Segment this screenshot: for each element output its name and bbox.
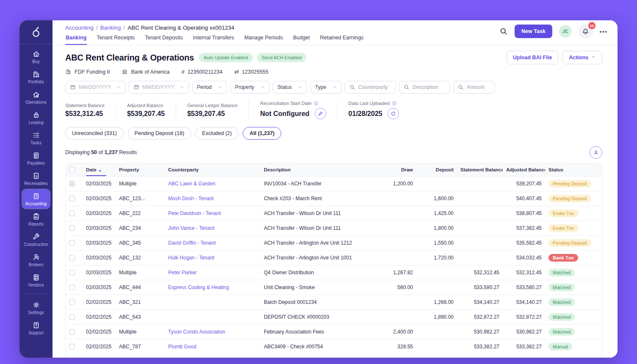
counterparty-cell: Mosh Dosh - Tenant	[165, 191, 260, 206]
row-checkbox[interactable]	[69, 270, 75, 276]
status-badge: Matched	[548, 298, 575, 306]
sidebar-item-receivables[interactable]: $Receivables	[22, 169, 50, 188]
sidebar-item-accounting[interactable]: Accounting	[22, 189, 50, 209]
status-cell: Matched	[545, 280, 595, 295]
sidebar-item-brokers[interactable]: $Brokers	[22, 250, 50, 270]
filter-status[interactable]: Status	[273, 81, 307, 94]
row-checkbox[interactable]	[69, 196, 75, 201]
search-icon[interactable]	[499, 27, 508, 36]
notifications-button[interactable]: 10	[579, 24, 593, 39]
sidebar-item-tasks[interactable]: Tasks	[22, 128, 50, 148]
tab-retained-earnings[interactable]: Retained Earnings	[320, 34, 364, 45]
row-checkbox[interactable]	[69, 314, 75, 320]
pill-excluded[interactable]: Excluded (2)	[195, 127, 238, 140]
row-checkbox[interactable]	[69, 210, 75, 216]
more-menu-button[interactable]: •••	[600, 28, 607, 35]
draw-cell	[374, 191, 416, 206]
row-checkbox[interactable]	[69, 255, 75, 261]
pill-all[interactable]: All (1,237)	[243, 127, 281, 140]
row-checkbox[interactable]	[69, 329, 75, 335]
column-header-statement-balance[interactable]: Statement Balance	[457, 163, 503, 176]
statement-balance-cell	[457, 221, 503, 236]
avatar[interactable]: JC	[559, 25, 572, 38]
filter-property[interactable]: Property	[230, 81, 269, 94]
column-header-property[interactable]: Property	[116, 163, 165, 176]
payables-icon	[32, 152, 40, 160]
table-row: 02/02/2025ABC_233Mike Tyson - TenantACH …	[66, 354, 602, 358]
svg-text:$: $	[35, 53, 37, 57]
filter-period[interactable]: Period	[192, 81, 227, 94]
row-actions-cell	[595, 354, 602, 358]
counterparty-link[interactable]: Plumb Good	[168, 344, 197, 350]
filter-description[interactable]: Description	[399, 81, 450, 94]
column-header-status[interactable]: Status	[545, 163, 595, 176]
tab-tenant-deposits[interactable]: Tenant Deposits	[144, 34, 183, 45]
column-header-deposit[interactable]: Deposit	[416, 163, 457, 176]
sidebar-item-leasing[interactable]: Leasing	[22, 108, 50, 127]
counterparty-link[interactable]: Pete Davidson - Tenant	[168, 210, 221, 216]
column-header-draw[interactable]: Draw	[374, 163, 416, 176]
counterparty-cell: Peter Parker	[165, 265, 260, 280]
row-checkbox[interactable]	[69, 225, 75, 231]
sidebar-item-portfolio[interactable]: Portfolio	[22, 67, 50, 87]
counterparty-link[interactable]: Express Cooling & Heating	[168, 284, 229, 290]
sidebar-item-reports[interactable]: Reports	[22, 210, 50, 229]
column-header-adjusted-balance[interactable]: Adjusted Balance	[503, 163, 545, 176]
filter-type[interactable]: Type	[310, 81, 341, 94]
adjusted-balance-cell: 532,312.45	[503, 265, 545, 280]
row-checkbox[interactable]	[69, 344, 75, 350]
row-checkbox[interactable]	[69, 284, 75, 290]
new-task-button[interactable]: New Task	[515, 25, 552, 38]
counterparty-link[interactable]: John Vance - Tenant	[168, 225, 214, 231]
filter-end-date[interactable]: MM/DD/YYYY	[129, 81, 189, 94]
counterparty-cell: Hulk Hogan - Tenant	[165, 251, 260, 265]
entity-item: ⇄123025555	[234, 69, 268, 75]
buy-icon: $	[32, 50, 40, 58]
date-cell: 02/03/2025	[83, 191, 116, 206]
sidebar-item-payables[interactable]: Payables	[22, 149, 50, 168]
counterparty-link[interactable]: Mosh Dosh - Tenant	[168, 196, 213, 201]
edit-button[interactable]	[315, 108, 326, 119]
sidebar-item-operations[interactable]: Operations	[22, 88, 50, 107]
search-icon	[349, 84, 355, 90]
sidebar-item-settings[interactable]: Settings	[22, 298, 50, 317]
column-header-description[interactable]: Description	[260, 163, 374, 176]
breadcrumb-item[interactable]: Accounting	[65, 25, 94, 31]
pill-unreconciled[interactable]: Unreconciled (331)	[65, 127, 124, 140]
filter-amount[interactable]: Amount	[453, 81, 495, 94]
tab-banking[interactable]: Banking	[65, 34, 87, 45]
counterparty-link[interactable]: Peter Parker	[168, 270, 197, 276]
status-badge: Matched	[548, 328, 575, 336]
sidebar-item-construction[interactable]: Construction	[22, 230, 50, 249]
sidebar-divider	[26, 294, 46, 294]
sidebar-item-buy[interactable]: $Buy	[22, 47, 50, 66]
breadcrumb-item[interactable]: Banking	[100, 25, 121, 31]
select-all-checkbox[interactable]	[69, 167, 75, 173]
row-checkbox[interactable]	[69, 240, 75, 246]
refresh-button[interactable]	[388, 108, 399, 119]
filter-start-date[interactable]: MM/DD/YYYY	[65, 81, 125, 94]
deposit-cell: 1,600.00	[416, 191, 457, 206]
tab-budget[interactable]: Budget	[293, 34, 310, 45]
tab-internal-transfers[interactable]: Internal Transfers	[193, 34, 235, 45]
row-actions-cell	[595, 221, 602, 236]
counterparty-link[interactable]: David Griffin - Tenant	[168, 240, 216, 246]
actions-button[interactable]: Actions	[562, 51, 602, 64]
filter-counterparty[interactable]: Counterparty	[345, 81, 396, 94]
counterparty-link[interactable]: ABC Lawn & Garden	[168, 181, 215, 187]
sidebar-item-support[interactable]: Support	[22, 318, 50, 338]
description-cell: ACH Transfer - Wilson Dr Unit 111	[260, 206, 374, 221]
counterparty-link[interactable]: Hulk Hogan - Tenant	[168, 255, 214, 261]
download-button[interactable]	[590, 146, 602, 159]
column-header-counterparty[interactable]: Counterparty	[165, 163, 260, 176]
view-filter-pills: Unreconciled (331)Pending Deposit (18)Ex…	[65, 127, 602, 140]
pill-pending-deposit[interactable]: Pending Deposit (18)	[128, 127, 191, 140]
counterparty-link[interactable]: Tyson Condo Association	[168, 329, 225, 335]
sidebar-item-vendors[interactable]: Vendors	[22, 270, 50, 290]
row-select-cell	[66, 265, 83, 280]
upload-bai-file-button[interactable]: Upload BAI File	[507, 51, 558, 64]
tab-manage-periods[interactable]: Manage Periods	[244, 34, 283, 45]
column-header-date[interactable]: Date▲	[83, 163, 116, 176]
row-checkbox[interactable]	[69, 299, 75, 305]
tab-tenant-receipts[interactable]: Tenant Receipts	[96, 34, 135, 45]
